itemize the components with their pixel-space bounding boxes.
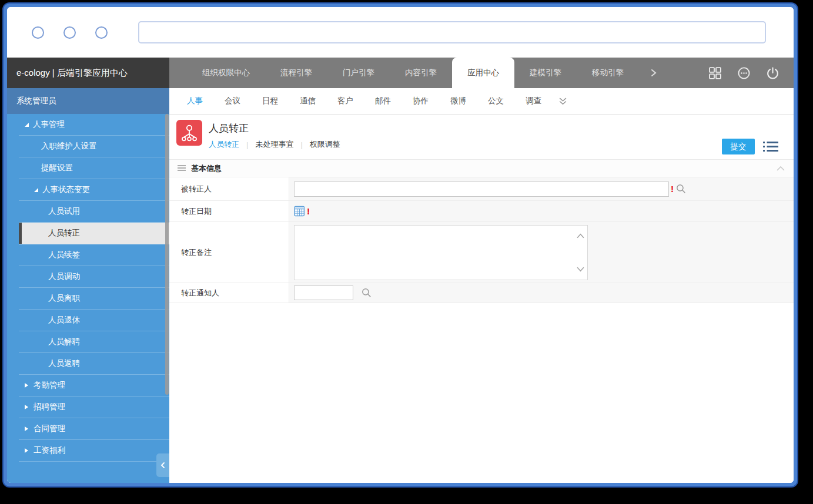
scroll-up-icon[interactable] xyxy=(577,231,584,240)
subnav-item-customer[interactable]: 客户 xyxy=(337,96,353,106)
subnav-item-collaboration[interactable]: 协作 xyxy=(413,96,429,106)
section-header-basic-info[interactable]: 基本信息 xyxy=(169,159,794,177)
page-title: 人员转正 xyxy=(209,122,249,135)
sidebar-item-onboarding-maintainer[interactable]: 入职维护人设置 xyxy=(19,136,169,157)
power-icon[interactable] xyxy=(766,66,779,80)
subnav-item-survey[interactable]: 调查 xyxy=(526,96,541,106)
subnav-item-meeting[interactable]: 会议 xyxy=(225,96,240,106)
drag-handle-icon xyxy=(178,163,186,174)
tab-content-engine[interactable]: 内容引擎 xyxy=(390,58,452,88)
sidebar-item-dismissal[interactable]: 人员解聘 xyxy=(19,331,169,353)
remarks-textarea-wrap xyxy=(294,225,588,280)
apps-grid-icon[interactable] xyxy=(708,66,722,80)
sidebar: 系统管理员 人事管理 入职维护人设置 提醒设置 xyxy=(7,88,169,483)
sidebar-collapse-button[interactable] xyxy=(156,453,169,477)
sidebar-item-retirement[interactable]: 人员退休 xyxy=(19,310,169,331)
field-area: ! xyxy=(289,201,794,221)
sidebar-item-label: 招聘管理 xyxy=(34,402,65,412)
required-mark: ! xyxy=(307,207,310,216)
expanded-triangle-icon xyxy=(25,123,29,127)
sidebar-item-resignation[interactable]: 人员离职 xyxy=(19,288,169,310)
sidebar-item-label: 人员试用 xyxy=(48,206,80,217)
field-label: 转正备注 xyxy=(169,222,289,283)
tab-portal-engine[interactable]: 门户引擎 xyxy=(327,58,390,88)
sidebar-item-salary-benefits[interactable]: 工资福利 xyxy=(19,440,169,462)
collapse-chevron-icon[interactable] xyxy=(776,166,785,171)
collapsed-triangle-icon xyxy=(25,383,28,388)
subnav-item-document[interactable]: 公文 xyxy=(488,96,504,106)
promoted-person-input[interactable] xyxy=(294,182,669,197)
tab-workflow-engine[interactable]: 流程引擎 xyxy=(265,58,327,88)
main-area: 系统管理员 人事管理 入职维护人设置 提醒设置 xyxy=(7,88,794,483)
remarks-textarea[interactable] xyxy=(295,226,587,280)
form-row-regularization-remarks: 转正备注 xyxy=(169,222,794,283)
org-chart-icon xyxy=(176,120,202,146)
sidebar-item-transfer[interactable]: 人员调动 xyxy=(19,266,169,288)
sidebar-item-hr-management[interactable]: 人事管理 xyxy=(19,114,169,136)
form-row-regularization-date: 转正日期 xyxy=(169,201,794,222)
page-header: 人员转正 人员转正 | 未处理事宜 | 权限调整 提交 xyxy=(169,115,794,159)
submit-button[interactable]: 提交 xyxy=(722,139,755,154)
field-area: ! xyxy=(289,177,794,200)
sidebar-item-attendance-management[interactable]: 考勤管理 xyxy=(19,375,169,397)
sidebar-item-rehire[interactable]: 人员返聘 xyxy=(19,353,169,375)
double-chevron-down-icon[interactable] xyxy=(558,97,567,106)
header-icon-group xyxy=(702,58,794,88)
window-control-buttons xyxy=(32,26,108,39)
sidebar-item-label: 人员续签 xyxy=(48,250,80,260)
tab-separator: | xyxy=(246,140,248,149)
subnav-item-weibo[interactable]: 微博 xyxy=(450,96,466,106)
sidebar-item-recruitment-management[interactable]: 招聘管理 xyxy=(19,397,169,418)
sidebar-scrollbar[interactable] xyxy=(165,114,169,395)
sidebar-item-reminder-settings[interactable]: 提醒设置 xyxy=(19,157,169,179)
address-bar-input[interactable] xyxy=(138,21,766,43)
page-tab-bar: 人员转正 | 未处理事宜 | 权限调整 xyxy=(209,139,340,150)
content-area: 人事 会议 日程 通信 客户 邮件 协作 微博 公文 调查 xyxy=(169,88,794,483)
sidebar-item-hr-status-change[interactable]: 人事状态变更 xyxy=(19,179,169,201)
sidebar-item-regularization[interactable]: 人员转正 xyxy=(19,223,169,244)
module-subnav: 人事 会议 日程 通信 客户 邮件 协作 微博 公文 调查 xyxy=(169,88,794,115)
calendar-icon[interactable] xyxy=(294,206,305,217)
subnav-item-mail[interactable]: 邮件 xyxy=(375,96,391,106)
chevron-right-icon[interactable] xyxy=(639,58,668,88)
sidebar-item-probation[interactable]: 人员试用 xyxy=(19,201,169,223)
sidebar-item-label: 人员调动 xyxy=(48,271,80,282)
list-menu-icon[interactable] xyxy=(763,141,778,154)
form-row-notify-person: 转正通知人 xyxy=(169,283,794,303)
scroll-down-icon[interactable] xyxy=(577,265,584,274)
tab-regularization[interactable]: 人员转正 xyxy=(209,139,239,150)
subnav-item-schedule[interactable]: 日程 xyxy=(262,96,278,106)
tab-separator: | xyxy=(300,140,302,149)
module-tab-bar: 组织权限中心 流程引擎 门户引擎 内容引擎 应用中心 建模引擎 移动引擎 xyxy=(169,58,794,88)
tab-permission-adjustment[interactable]: 权限调整 xyxy=(310,139,340,150)
subnav-item-communication[interactable]: 通信 xyxy=(300,96,316,106)
sidebar-item-label: 人员离职 xyxy=(48,293,80,304)
sidebar-item-label: 入职维护人设置 xyxy=(41,141,97,152)
tab-pending-matters[interactable]: 未处理事宜 xyxy=(255,139,293,150)
notify-person-input[interactable] xyxy=(294,285,353,300)
search-icon[interactable] xyxy=(362,288,372,298)
window-control-button[interactable] xyxy=(63,26,76,39)
window-control-button[interactable] xyxy=(95,26,108,39)
field-label: 被转正人 xyxy=(169,177,289,200)
search-icon[interactable] xyxy=(676,184,686,194)
tab-org-permission-center[interactable]: 组织权限中心 xyxy=(187,58,265,88)
more-options-icon[interactable] xyxy=(737,66,751,80)
field-area xyxy=(289,283,794,303)
section-title: 基本信息 xyxy=(191,163,222,174)
sidebar-item-label: 工资福利 xyxy=(34,445,65,456)
tab-mobile-engine[interactable]: 移动引擎 xyxy=(577,58,639,88)
tab-modeling-engine[interactable]: 建模引擎 xyxy=(514,58,577,88)
sidebar-item-contract-renewal[interactable]: 人员续签 xyxy=(19,244,169,266)
sidebar-item-contract-management[interactable]: 合同管理 xyxy=(19,418,169,440)
window-control-button[interactable] xyxy=(32,26,44,39)
subnav-item-hr[interactable]: 人事 xyxy=(187,96,203,106)
sidebar-item-label: 合同管理 xyxy=(34,424,65,434)
field-area xyxy=(289,222,794,283)
tab-app-center[interactable]: 应用中心 xyxy=(452,58,514,88)
desktop-background: e-cology | 后端引擎应用中心 组织权限中心 流程引擎 门户引擎 内容引… xyxy=(0,0,813,504)
sidebar-item-label: 人员退休 xyxy=(48,315,80,325)
field-label: 转正日期 xyxy=(169,201,289,221)
chevron-left-icon xyxy=(160,461,166,469)
basic-info-form: 被转正人 ! xyxy=(169,177,794,483)
